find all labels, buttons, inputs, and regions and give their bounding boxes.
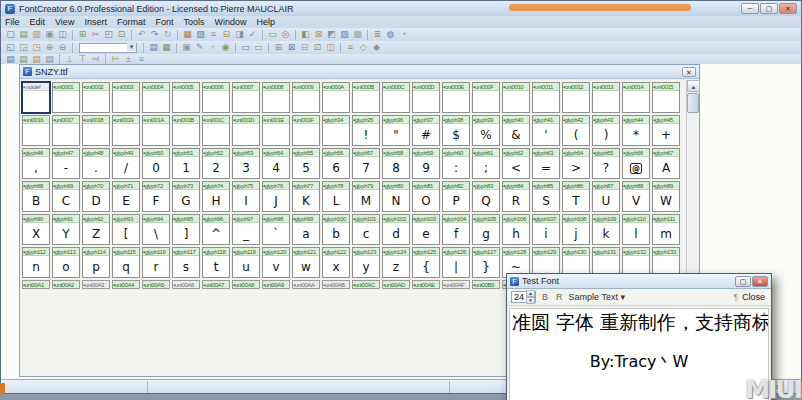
glyph-cell[interactable]: ▪uni00AC	[352, 280, 380, 289]
glyph-cell[interactable]: ▪glyph43)	[592, 115, 620, 146]
toolbar-icon[interactable]: ✓	[246, 29, 259, 40]
toolbar-icon[interactable]: ⊕	[43, 42, 56, 53]
toolbar-icon[interactable]: ▤	[17, 54, 30, 65]
toolbar-icon[interactable]: ⊢	[109, 54, 122, 65]
glyph-cell[interactable]: ▪glyph71E	[112, 181, 140, 212]
glyph-cell[interactable]: ▪uni000A	[322, 82, 350, 113]
toolbar-icon[interactable]: ◉	[219, 42, 232, 53]
glyph-cell[interactable]: ▪glyph588	[382, 148, 410, 179]
glyph-cell[interactable]: ▪glyph114p	[82, 247, 110, 278]
glyph-cell[interactable]: ▪glyph555	[292, 148, 320, 179]
toolbar-icon[interactable]: ▨	[338, 29, 351, 40]
toolbar-icon[interactable]: ◍	[384, 29, 397, 40]
glyph-cell[interactable]: ▪glyph104f	[442, 214, 470, 245]
dialog-maximize-button[interactable]: ▢	[735, 276, 751, 287]
glyph-cell[interactable]: ▪glyph89W	[652, 181, 680, 212]
glyph-cell[interactable]: ▪glyph67A	[652, 148, 680, 179]
toolbar-icon[interactable]: ◧	[299, 29, 312, 40]
document-close-button[interactable]: ✕	[682, 67, 696, 77]
glyph-cell[interactable]: ▪glyph38$	[442, 115, 470, 146]
glyph-cell[interactable]: ▪glyph108j	[562, 214, 590, 245]
glyph-cell[interactable]: ▪glyph90X	[22, 214, 50, 245]
toolbar-icon[interactable]: ±	[122, 54, 135, 65]
glyph-cell[interactable]: ▪glyph87U	[592, 181, 620, 212]
glyph-cell[interactable]: ▪uni00B0	[472, 280, 500, 289]
glyph-cell[interactable]: ▪uni00AB	[322, 280, 350, 289]
glyph-cell[interactable]: ▪glyph102d	[382, 214, 410, 245]
toolbar-icon[interactable]: ▤	[147, 42, 160, 53]
glyph-cell[interactable]: ▪glyph111m	[652, 214, 680, 245]
toolbar-icon[interactable]: ◆	[370, 42, 383, 53]
glyph-cell[interactable]: ▪glyph48.	[82, 148, 110, 179]
toolbar-icon[interactable]: ↷	[148, 29, 161, 40]
glyph-cell[interactable]: ▪uni001C	[202, 115, 230, 146]
toolbar-icon[interactable]: ≡	[135, 54, 148, 65]
toolbar-icon[interactable]: ▣	[43, 29, 56, 40]
glyph-cell[interactable]: ▪uni00AD	[382, 280, 410, 289]
close-button[interactable]: ✕	[779, 3, 797, 14]
glyph-cell[interactable]: ▪glyph74H	[202, 181, 230, 212]
toolbar-icon[interactable]: ⊖	[56, 42, 69, 53]
glyph-cell[interactable]: ▪glyph77K	[292, 181, 320, 212]
glyph-cell[interactable]: ▪glyph97_	[232, 214, 260, 245]
glyph-cell[interactable]: ▪uni0007	[232, 82, 260, 113]
toolbar-icon[interactable]: ⊟	[220, 29, 233, 40]
glyph-cell[interactable]: ▪glyph106h	[502, 214, 530, 245]
document-title-bar[interactable]: F SNZY.ttf ✕	[20, 65, 699, 79]
glyph-cell[interactable]: ▪glyph69C	[52, 181, 80, 212]
glyph-cell[interactable]: ▪uni001A	[142, 115, 170, 146]
glyph-cell[interactable]: ▪uni00A5	[142, 280, 170, 289]
glyph-cell[interactable]: ▪uni0005	[172, 82, 200, 113]
glyph-cell[interactable]: ▪glyph96^	[202, 214, 230, 245]
glyph-cell[interactable]: ▪glyph126|	[442, 247, 470, 278]
toolbar-icon[interactable]: ▭	[266, 29, 279, 40]
glyph-cell[interactable]: ▪uni000B	[352, 82, 380, 113]
glyph-cell[interactable]: ▪glyph92Z	[82, 214, 110, 245]
glyph-cell[interactable]: ▪glyph41'	[532, 115, 560, 146]
glyph-cell[interactable]: ▪glyph107i	[532, 214, 560, 245]
toolbar-icon[interactable]: ⊡	[115, 29, 128, 40]
glyph-cell[interactable]: ▪glyph98`	[262, 214, 290, 245]
glyph-cell[interactable]: ▪glyph60:	[442, 148, 470, 179]
toolbar-icon[interactable]: ▢	[4, 29, 17, 40]
stepper-up-icon[interactable]: ▲	[526, 290, 535, 297]
glyph-cell[interactable]: ▪glyph533	[232, 148, 260, 179]
glyph-cell[interactable]: ▪glyph42(	[562, 115, 590, 146]
glyph-cell[interactable]: ▪glyph37#	[412, 115, 440, 146]
glyph-cell[interactable]: ▪glyph79M	[352, 181, 380, 212]
glyph-cell[interactable]: ▪uni0013	[592, 82, 620, 113]
toolbar-icon[interactable]: ▭	[239, 42, 252, 53]
glyph-cell[interactable]: ▪glyph47-	[52, 148, 80, 179]
toolbar-icon[interactable]: ▫	[206, 42, 219, 53]
bold-toggle[interactable]: B	[540, 292, 550, 302]
glyph-cell[interactable]: ▪uni0008	[262, 82, 290, 113]
toolbar-icon[interactable]: ▤	[43, 54, 56, 65]
glyph-cell[interactable]: ▪glyph112n	[22, 247, 50, 278]
glyph-cell[interactable]: ▪glyph40&	[502, 115, 530, 146]
glyph-cell[interactable]: ▪uni0014	[622, 82, 650, 113]
glyph-cell[interactable]: ▪glyph82P	[442, 181, 470, 212]
toolbar-icon[interactable]: ⊡	[311, 42, 324, 53]
toolbar-icon[interactable]: ✂	[89, 29, 102, 40]
sample-text-dropdown[interactable]: Sample Text ▾	[569, 292, 625, 302]
glyph-cell[interactable]: ▪glyph110l	[622, 214, 650, 245]
glyph-cell[interactable]: ▪uni000D	[412, 82, 440, 113]
toolbar-icon[interactable]: ◔	[397, 29, 410, 40]
glyph-cell[interactable]: ▪glyph119u	[232, 247, 260, 278]
toolbar-icon[interactable]: ↶	[135, 29, 148, 40]
glyph-cell[interactable]: ▪uni00A4	[112, 280, 140, 289]
toolbar-icon[interactable]: ◫	[56, 29, 69, 40]
toolbar-icon[interactable]: ◳	[30, 42, 43, 53]
toolbar-icon[interactable]: ◲	[17, 42, 30, 53]
toolbar-icon[interactable]: ⊠	[312, 29, 325, 40]
glyph-cell[interactable]: ▪uni0017	[52, 115, 80, 146]
glyph-cell[interactable]: ▪glyph95]	[172, 214, 200, 245]
glyph-cell[interactable]: ▪glyph46,	[22, 148, 50, 179]
toolbar-icon[interactable]: ◨	[233, 29, 246, 40]
glyph-cell[interactable]: ▪glyph500	[142, 148, 170, 179]
glyph-cell[interactable]: ▪uni000C	[382, 82, 410, 113]
glyph-cell[interactable]: ▪uni00AE	[412, 280, 440, 289]
glyph-cell[interactable]: ▪glyph103e	[412, 214, 440, 245]
toolbar-icon[interactable]: ▤	[30, 54, 43, 65]
toolbar-icon[interactable]: ◱	[4, 42, 17, 53]
